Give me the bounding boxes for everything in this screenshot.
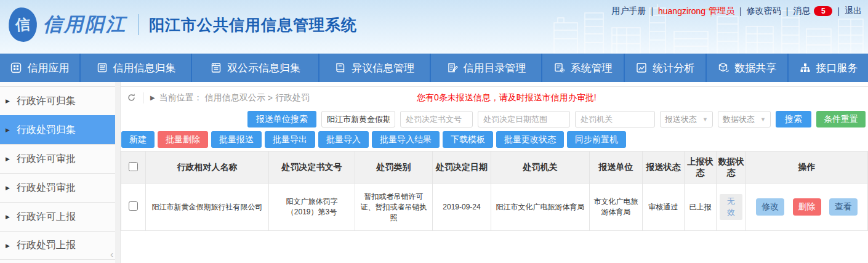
sidebar-item-penalty-collection[interactable]: ▶ 行政处罚归集 xyxy=(0,115,120,144)
main-nav: 信用应用 信用信息归集 双公示信息归集 异议信息管理 信用目录管理 系统管理 统… xyxy=(0,54,868,82)
nav-label: 异议信息管理 xyxy=(352,61,414,75)
sidebar-item-penalty-approval[interactable]: ▶ 行政处罚审批 xyxy=(0,173,120,202)
logout-link[interactable]: 退出 xyxy=(845,6,862,17)
dual-publicity-icon xyxy=(210,62,222,74)
sidebar-item-license-approval[interactable]: ▶ 行政许可审批 xyxy=(0,144,120,173)
caret-down-icon: ▼ xyxy=(760,116,766,123)
batch-delete-button[interactable]: 批量删除 xyxy=(158,131,208,148)
reset-conditions-button[interactable]: 条件重置 xyxy=(816,111,866,127)
cell-name: 阳江市新黄金假期旅行社有限公司 xyxy=(146,184,269,231)
batch-report-button[interactable]: 批量报送 xyxy=(211,131,262,148)
row-checkbox[interactable] xyxy=(129,201,138,211)
sidebar-item-license-report[interactable]: ▶ 行政许可上报 xyxy=(0,202,120,231)
sidebar-collapse-chevron-icon[interactable]: ‹ xyxy=(110,249,113,259)
download-template-button[interactable]: 下载模板 xyxy=(443,131,493,148)
stats-chart-icon xyxy=(635,62,648,74)
penalty-organ-input[interactable] xyxy=(575,111,655,127)
col-header-upload-status: 上报状态 xyxy=(685,152,717,184)
batch-import-result-button[interactable]: 批量导入结果 xyxy=(372,131,440,148)
triangle-right-icon: ▶ xyxy=(6,98,10,104)
sidebar-item-penalty-report[interactable]: ▶ 行政处罚上报 xyxy=(0,231,120,260)
row-select-cell xyxy=(121,184,146,231)
content: ▶ 当前位置： 信用信息双公示 > 行政处罚 您有0条未报送信息，请及时报送市信… xyxy=(121,82,868,263)
col-header-organ: 处罚机关 xyxy=(491,152,590,184)
breadcrumb-section[interactable]: 信用信息双公示 xyxy=(205,92,265,103)
toolbar: 新建 批量删除 批量报送 批量导出 批量导入 批量导入结果 下载模板 批量更改状… xyxy=(121,131,868,148)
col-header-date: 处罚决定日期 xyxy=(433,152,491,184)
invalid-status-badge: 无效 xyxy=(720,194,742,220)
edit-button[interactable]: 修改 xyxy=(756,198,784,216)
messages-link[interactable]: 消息 xyxy=(793,6,810,17)
sidebar-item-label: 行政处罚归集 xyxy=(17,124,76,137)
collection-icon xyxy=(96,62,108,74)
table-row: 阳江市新黄金假期旅行社有限公司 阳文广旅体罚字（2019）第3号 暂扣或者吊销许… xyxy=(121,184,868,231)
page: 信 信用阳江 阳江市公共信用信息管理系统 用户手册 | huangzirong … xyxy=(0,0,868,263)
unit-search-button[interactable]: 报送单位搜索 xyxy=(247,111,316,127)
separator: | xyxy=(739,6,742,16)
sidebar-item-license-collection[interactable]: ▶ 行政许可归集 xyxy=(0,86,120,115)
nav-item-credit-catalog-management[interactable]: 信用目录管理 xyxy=(431,54,542,82)
nav-item-dispute-info-management[interactable]: 异议信息管理 xyxy=(319,54,431,82)
breadcrumb-location-label: 当前位置： xyxy=(159,92,203,103)
col-header-unit: 报送单位 xyxy=(590,152,643,184)
col-header-data-status: 数据状态 xyxy=(717,152,746,184)
data-status-select-label: 数据状态 xyxy=(723,114,755,125)
grid-icon xyxy=(10,62,22,74)
catalog-icon xyxy=(446,62,459,74)
separator: | xyxy=(651,6,653,16)
nav-label: 信用目录管理 xyxy=(464,61,526,75)
nav-item-system-management[interactable]: 系统管理 xyxy=(542,54,624,82)
sidebar-item-label: 行政许可审批 xyxy=(17,153,76,166)
nav-item-data-sharing[interactable]: 数据共享 xyxy=(707,54,789,82)
sidebar-item-label: 行政处罚审批 xyxy=(17,182,76,195)
batch-change-status-button[interactable]: 批量更改状态 xyxy=(496,131,564,148)
nav-label: 系统管理 xyxy=(571,61,613,75)
user-manual-link[interactable]: 用户手册 xyxy=(611,6,646,17)
sync-front-machine-button[interactable]: 同步前置机 xyxy=(567,131,626,148)
cell-date: 2019-09-24 xyxy=(433,184,491,231)
data-share-icon xyxy=(717,62,729,74)
unreported-warning-text: 您有0条未报送信息，请及时报送市信用办审批! xyxy=(417,92,597,103)
cell-unit: 市文化广电旅游体育局 xyxy=(590,184,643,231)
refresh-icon[interactable] xyxy=(127,93,136,102)
sidebar: ▶ 行政许可归集 ▶ 行政处罚归集 ▶ 行政许可审批 ▶ 行政处罚审批 ▶ 行政… xyxy=(0,82,121,263)
new-button[interactable]: 新建 xyxy=(121,131,155,148)
data-status-select[interactable]: 数据状态 ▼ xyxy=(718,111,771,127)
top-banner: 信 信用阳江 阳江市公共信用信息管理系统 用户手册 | huangzirong … xyxy=(0,0,868,54)
cell-report-status: 审核通过 xyxy=(643,184,685,231)
view-button[interactable]: 查看 xyxy=(829,198,858,216)
nav-label: 接口服务 xyxy=(816,61,858,75)
nav-item-statistics-analysis[interactable]: 统计分析 xyxy=(625,54,707,82)
decision-date-range-input[interactable] xyxy=(478,111,570,127)
nav-label: 统计分析 xyxy=(653,61,694,75)
search-button[interactable]: 搜索 xyxy=(776,111,811,127)
main-area: ▶ 行政许可归集 ▶ 行政处罚归集 ▶ 行政许可审批 ▶ 行政处罚审批 ▶ 行政… xyxy=(0,82,868,263)
separator: | xyxy=(786,6,789,16)
triangle-right-icon: ▶ xyxy=(150,94,155,101)
triangle-right-icon: ▶ xyxy=(6,127,10,133)
report-status-select[interactable]: 报送状态 ▼ xyxy=(660,111,713,127)
select-all-checkbox[interactable] xyxy=(129,162,138,171)
cell-doc-no: 阳文广旅体罚字（2019）第3号 xyxy=(269,184,355,231)
cell-upload-status: 已上报 xyxy=(685,184,717,231)
col-header-name: 行政相对人名称 xyxy=(146,152,269,184)
batch-import-button[interactable]: 批量导入 xyxy=(318,131,369,148)
nav-item-credit-apps[interactable]: 信用应用 xyxy=(0,54,81,82)
unit-search-input[interactable] xyxy=(321,111,395,127)
username: huangzirong xyxy=(658,6,705,16)
message-count-badge[interactable]: 5 xyxy=(814,6,832,16)
system-gear-icon xyxy=(553,62,566,74)
nav-item-credit-info-collection[interactable]: 信用信息归集 xyxy=(81,54,192,82)
nav-item-dual-publicity-collection[interactable]: 双公示信息归集 xyxy=(192,54,319,82)
col-header-operations: 操作 xyxy=(746,152,868,184)
nav-item-interface-services[interactable]: 接口服务 xyxy=(789,54,868,82)
doc-no-input[interactable] xyxy=(400,111,473,127)
sidebar-item-label: 行政许可归集 xyxy=(17,95,76,108)
delete-button[interactable]: 删除 xyxy=(793,198,821,216)
divider xyxy=(143,92,143,103)
batch-export-button[interactable]: 批量导出 xyxy=(265,131,315,148)
dispute-icon xyxy=(334,62,347,74)
brand: 信 信用阳江 阳江市公共信用信息管理系统 xyxy=(9,7,357,42)
change-password-link[interactable]: 修改密码 xyxy=(747,6,781,17)
caret-down-icon: ▼ xyxy=(702,116,708,123)
